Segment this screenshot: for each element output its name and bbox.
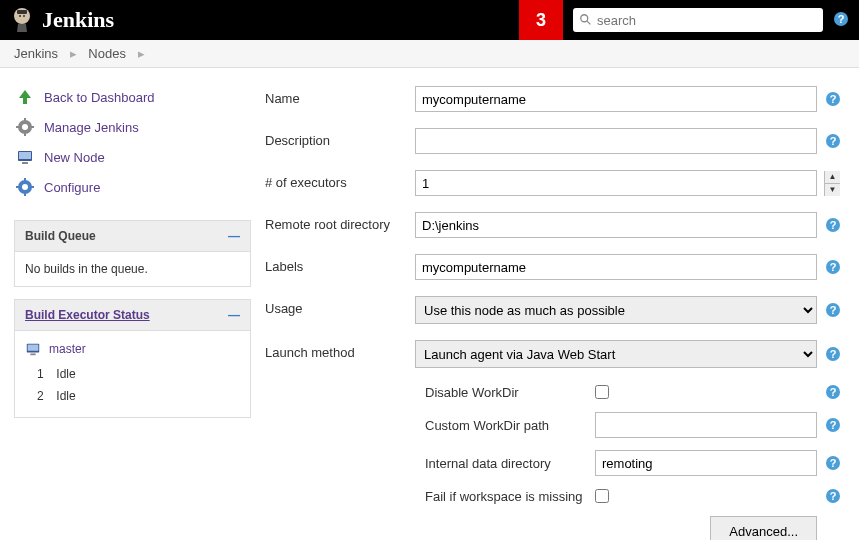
- executor-status-text: Idle: [56, 367, 75, 381]
- description-input[interactable]: [415, 128, 817, 154]
- computer-icon: [25, 341, 43, 357]
- svg-text:?: ?: [830, 261, 837, 273]
- executor-status-body: master 1 Idle 2 Idle: [15, 331, 250, 417]
- svg-point-9: [22, 124, 28, 130]
- svg-rect-13: [31, 126, 34, 128]
- sidebar-item-manage-jenkins[interactable]: Manage Jenkins: [14, 112, 251, 142]
- svg-text:?: ?: [830, 135, 837, 147]
- disable-workdir-checkbox[interactable]: [595, 385, 609, 399]
- sidebar-nav: Back to Dashboard Manage Jenkins New Nod…: [14, 82, 251, 202]
- computer-icon: [14, 147, 36, 167]
- help-icon[interactable]: ?: [825, 133, 841, 149]
- svg-text:?: ?: [838, 13, 845, 25]
- notification-badge[interactable]: 3: [519, 0, 563, 40]
- sidebar-item-label: New Node: [44, 150, 105, 165]
- sub-row-internal-dir: Internal data directory ?: [265, 450, 841, 476]
- help-icon[interactable]: ?: [825, 259, 841, 275]
- logo-text[interactable]: Jenkins: [42, 7, 114, 33]
- svg-text:?: ?: [830, 219, 837, 231]
- help-icon[interactable]: ?: [825, 91, 841, 107]
- sidebar-item-configure[interactable]: Configure: [14, 172, 251, 202]
- queue-empty-text: No builds in the queue.: [25, 262, 148, 276]
- stepper-down[interactable]: ▼: [824, 184, 840, 196]
- breadcrumb-separator: ▸: [138, 46, 145, 61]
- launch-method-subform: Disable WorkDir ? Custom WorkDir path ? …: [265, 384, 841, 540]
- gear-icon: [14, 177, 36, 197]
- form-row-name: Name ?: [265, 86, 841, 112]
- stepper-buttons: ▲ ▼: [824, 171, 840, 195]
- svg-rect-11: [24, 133, 26, 136]
- breadcrumb-item[interactable]: Jenkins: [14, 46, 58, 61]
- field-label: Remote root directory: [265, 212, 415, 232]
- form-row-usage: Usage Use this node as much as possible …: [265, 296, 841, 324]
- help-icon[interactable]: ?: [833, 11, 849, 30]
- help-icon[interactable]: ?: [825, 488, 841, 504]
- sub-row-disable-workdir: Disable WorkDir ?: [265, 384, 841, 400]
- executor-status-text: Idle: [56, 389, 75, 403]
- svg-text:?: ?: [830, 457, 837, 469]
- svg-text:?: ?: [830, 348, 837, 360]
- field-label: Name: [265, 86, 415, 106]
- executors-input[interactable]: [415, 170, 817, 196]
- field-label: Internal data directory: [425, 456, 595, 471]
- advanced-button[interactable]: Advanced...: [710, 516, 817, 540]
- collapse-icon[interactable]: —: [228, 308, 240, 322]
- svg-rect-16: [22, 162, 28, 164]
- help-icon[interactable]: ?: [825, 217, 841, 233]
- svg-point-3: [23, 15, 25, 17]
- gear-icon: [14, 117, 36, 137]
- field-label: Usage: [265, 296, 415, 316]
- svg-text:?: ?: [830, 419, 837, 431]
- form-row-labels: Labels ?: [265, 254, 841, 280]
- remote-root-input[interactable]: [415, 212, 817, 238]
- help-icon[interactable]: ?: [825, 417, 841, 433]
- search-box[interactable]: [573, 8, 823, 32]
- svg-rect-24: [28, 345, 39, 351]
- search-input[interactable]: [597, 13, 817, 28]
- sidebar-item-new-node[interactable]: New Node: [14, 142, 251, 172]
- field-label: Description: [265, 128, 415, 148]
- help-icon[interactable]: ?: [825, 384, 841, 400]
- jenkins-logo-icon: [10, 6, 34, 34]
- up-arrow-icon: [14, 87, 36, 107]
- form-row-executors: # of executors ▲ ▼ ?: [265, 170, 841, 196]
- svg-rect-1: [17, 10, 27, 14]
- search-icon: [579, 13, 593, 27]
- internal-dir-input[interactable]: [595, 450, 817, 476]
- svg-rect-21: [16, 186, 19, 188]
- svg-rect-15: [19, 152, 31, 159]
- main-content: Name ? Description ? # of executors ▲ ▼ …: [265, 68, 859, 540]
- name-input[interactable]: [415, 86, 817, 112]
- labels-input[interactable]: [415, 254, 817, 280]
- executor-num: 1: [37, 367, 53, 381]
- usage-select[interactable]: Use this node as much as possible: [415, 296, 817, 324]
- launch-method-select[interactable]: Launch agent via Java Web Start: [415, 340, 817, 368]
- fail-missing-checkbox[interactable]: [595, 489, 609, 503]
- breadcrumb-item[interactable]: Nodes: [88, 46, 126, 61]
- help-icon[interactable]: ?: [825, 346, 841, 362]
- stepper-up[interactable]: ▲: [824, 171, 840, 184]
- executor-row: 1 Idle: [25, 363, 240, 385]
- build-queue-header: Build Queue —: [15, 221, 250, 252]
- help-icon[interactable]: ?: [825, 302, 841, 318]
- collapse-icon[interactable]: —: [228, 229, 240, 243]
- sidebar-item-back-dashboard[interactable]: Back to Dashboard: [14, 82, 251, 112]
- field-label: Fail if workspace is missing: [425, 489, 595, 504]
- help-icon[interactable]: ?: [825, 455, 841, 471]
- field-label: Launch method: [265, 340, 415, 360]
- custom-workdir-input[interactable]: [595, 412, 817, 438]
- svg-rect-22: [31, 186, 34, 188]
- svg-rect-10: [24, 118, 26, 121]
- svg-text:?: ?: [830, 304, 837, 316]
- svg-rect-12: [16, 126, 19, 128]
- svg-text:?: ?: [830, 386, 837, 398]
- svg-point-18: [22, 184, 28, 190]
- form-row-description: Description ?: [265, 128, 841, 154]
- breadcrumb-separator: ▸: [70, 46, 77, 61]
- section-title-link[interactable]: Build Executor Status: [25, 308, 150, 322]
- svg-line-5: [587, 21, 591, 25]
- executor-master-link[interactable]: master: [25, 341, 240, 357]
- page-header: Jenkins 3 ?: [0, 0, 859, 40]
- form-row-remote-root: Remote root directory ?: [265, 212, 841, 238]
- executor-row: 2 Idle: [25, 385, 240, 407]
